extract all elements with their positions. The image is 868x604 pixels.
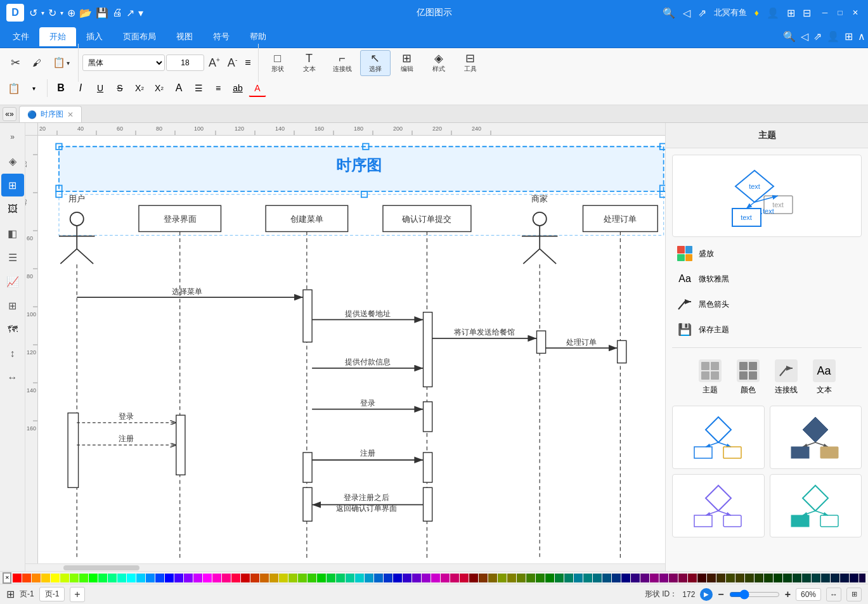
list2-button[interactable]: ≡ xyxy=(209,79,227,97)
color-swatch[interactable] xyxy=(735,574,744,582)
sidebar-chart-icon[interactable]: 📈 xyxy=(1,270,24,293)
font-family-select[interactable]: 黑体 xyxy=(82,55,165,71)
font-shrink-button[interactable]: A- xyxy=(224,55,240,71)
select-button[interactable]: ↖ 选择 xyxy=(360,50,391,76)
zoom-plus-button[interactable]: + xyxy=(785,589,791,600)
color-swatch[interactable] xyxy=(488,574,497,582)
color-swatch[interactable] xyxy=(564,574,573,582)
theme-save[interactable]: 💾 保存主题 xyxy=(672,319,862,340)
color-swatch[interactable] xyxy=(678,574,687,582)
color-swatch[interactable] xyxy=(422,574,431,582)
color-swatch[interactable] xyxy=(298,574,307,582)
shape-button[interactable]: □ 形状 xyxy=(262,50,293,76)
strikethrough-button[interactable]: S xyxy=(111,79,129,97)
zoom-minus-button[interactable]: − xyxy=(718,589,723,600)
color-swatch[interactable] xyxy=(688,574,697,582)
menu-apps-icon[interactable]: ⊞ xyxy=(845,30,853,42)
color-swatch[interactable] xyxy=(859,574,865,582)
color-swatch[interactable] xyxy=(602,574,611,582)
page-layout-icon[interactable]: ⊞ xyxy=(6,588,15,600)
page-name-button[interactable]: 页-1 xyxy=(39,587,65,601)
color-swatch[interactable] xyxy=(136,574,145,582)
theme-tab-theme[interactable]: 主题 xyxy=(694,354,727,401)
color-swatch[interactable] xyxy=(51,574,60,582)
color-swatch[interactable] xyxy=(222,574,231,582)
theme-card-3[interactable] xyxy=(672,474,765,537)
color-swatch[interactable] xyxy=(716,574,725,582)
color-swatch[interactable] xyxy=(431,574,440,582)
sidebar-text-flow-icon[interactable]: ↕ xyxy=(1,342,24,365)
italic-button[interactable]: I xyxy=(72,79,89,97)
add-page-button[interactable]: + xyxy=(70,587,84,602)
color-swatch[interactable] xyxy=(774,574,782,582)
color-swatch[interactable] xyxy=(98,574,107,582)
maximize-button[interactable]: □ xyxy=(834,6,846,19)
font-size-input[interactable] xyxy=(166,55,204,71)
menu-view[interactable]: 视图 xyxy=(166,27,203,46)
menu-collapse-icon[interactable]: ∧ xyxy=(858,30,865,42)
color-swatch[interactable] xyxy=(212,574,221,582)
color-swatch[interactable] xyxy=(850,574,858,582)
color-swatch[interactable] xyxy=(507,574,516,582)
redo-icon[interactable]: ↻ xyxy=(48,7,56,19)
color-swatch[interactable] xyxy=(403,574,411,582)
paste-dropdown-icon[interactable]: ▾ xyxy=(67,60,70,67)
play-button[interactable]: ▶ xyxy=(700,588,713,601)
color-swatch[interactable] xyxy=(621,574,630,582)
align-button[interactable]: ≡ xyxy=(242,56,254,70)
share-icon[interactable]: ◁ xyxy=(683,7,690,19)
color-swatch[interactable] xyxy=(60,574,69,582)
zoom-level-display[interactable]: 60% xyxy=(796,588,821,601)
theme-connector[interactable]: 黑色箭头 xyxy=(672,294,862,314)
theme-font[interactable]: Aa 微软雅黑 xyxy=(672,269,862,289)
menu-connect-icon[interactable]: ⇗ xyxy=(813,30,822,42)
tab-sequence-diagram[interactable]: 🔵 时序图 ✕ xyxy=(19,106,82,122)
menu-user-icon[interactable]: 👤 xyxy=(827,30,839,42)
color-swatch[interactable] xyxy=(384,574,392,582)
color-swatch[interactable] xyxy=(317,574,326,582)
canvas-container[interactable]: 时序图 用户 xyxy=(38,136,665,563)
color-swatch[interactable] xyxy=(108,574,117,582)
color-swatch[interactable] xyxy=(288,574,297,582)
color-swatch[interactable] xyxy=(231,574,240,582)
apps-icon[interactable]: ⊞ xyxy=(787,7,795,19)
close-button[interactable]: ✕ xyxy=(849,6,862,19)
theme-tab-color[interactable]: 颜色 xyxy=(732,354,765,401)
color-swatch[interactable] xyxy=(327,574,335,582)
sidebar-table-icon[interactable]: ⊞ xyxy=(1,294,24,317)
tool-button[interactable]: ⊟ 工具 xyxy=(455,50,486,76)
paste-button[interactable]: 📋 ▾ xyxy=(48,55,74,70)
color-swatch[interactable] xyxy=(536,574,545,582)
more-icon[interactable]: ▾ xyxy=(138,7,143,19)
connector-button[interactable]: ⌐ 连接线 xyxy=(326,50,359,76)
color-swatch[interactable] xyxy=(831,574,839,582)
font-grow-button[interactable]: A+ xyxy=(205,55,223,71)
color-swatch[interactable] xyxy=(41,574,50,582)
color-swatch[interactable] xyxy=(193,574,202,582)
edit-button[interactable]: ⊞ 编辑 xyxy=(392,50,422,76)
color-swatch[interactable] xyxy=(555,574,564,582)
color-swatch[interactable] xyxy=(802,574,811,582)
palette-reset-button[interactable]: ✕ xyxy=(3,572,11,584)
color-swatch[interactable] xyxy=(612,574,621,582)
color-swatch[interactable] xyxy=(450,574,459,582)
color-swatch[interactable] xyxy=(669,574,678,582)
menu-home[interactable]: 开始 xyxy=(39,27,76,46)
style-button[interactable]: ◈ 样式 xyxy=(424,50,454,76)
color-swatch[interactable] xyxy=(793,574,801,582)
theme-card-2[interactable] xyxy=(770,406,862,469)
color-swatch[interactable] xyxy=(755,574,763,582)
minimize-button[interactable]: ─ xyxy=(819,6,831,19)
color-swatch[interactable] xyxy=(308,574,316,582)
color-swatch[interactable] xyxy=(269,574,278,582)
color-swatch[interactable] xyxy=(32,574,41,582)
search-icon[interactable]: 🔍 xyxy=(663,7,675,19)
color-swatch[interactable] xyxy=(441,574,450,582)
zoom-slider[interactable] xyxy=(729,589,780,600)
color-swatch[interactable] xyxy=(707,574,716,582)
menu-symbol[interactable]: 符号 xyxy=(203,27,240,46)
text-style-button[interactable]: A xyxy=(170,79,188,97)
color-swatch[interactable] xyxy=(70,574,79,582)
color-swatch[interactable] xyxy=(593,574,602,582)
fit-width-button[interactable]: ↔ xyxy=(826,588,841,601)
